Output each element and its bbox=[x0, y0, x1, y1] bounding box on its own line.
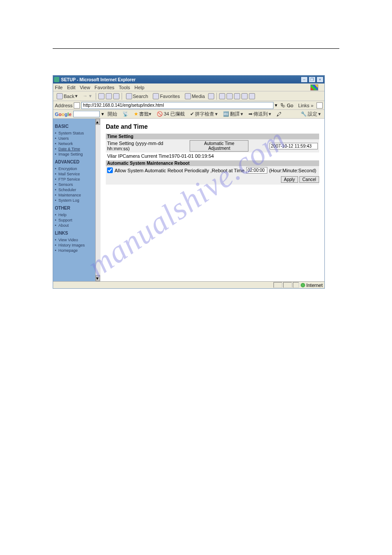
time-setting-label: Time Setting (yyyy-mm-dd hh:mm:ss) bbox=[107, 141, 186, 151]
scroll-up-button[interactable]: ▴ bbox=[96, 119, 100, 125]
windows-flag-icon bbox=[310, 84, 318, 91]
google-translate-button[interactable]: 🔤 翻譯 ▾ bbox=[221, 111, 245, 117]
page-icon bbox=[74, 102, 80, 109]
sidebar-item-system-status[interactable]: System Status bbox=[58, 131, 94, 136]
maximize-button[interactable]: ❐ bbox=[309, 76, 316, 83]
google-toolbar: Google ▾ 開始 📡 ★ 書籤▾ 🚫 34 已攔截 ✔ 拼字檢查 ▾ 🔤 … bbox=[53, 110, 324, 119]
google-start-button[interactable]: 開始 bbox=[106, 111, 119, 117]
address-bar: Address ▾ ⮱ Go Links » bbox=[53, 101, 324, 110]
mail-icon[interactable] bbox=[219, 93, 225, 99]
menu-edit[interactable]: Edit bbox=[67, 85, 76, 90]
sidebar-basic-header: BASIC bbox=[55, 124, 94, 129]
menu-help[interactable]: Help bbox=[134, 85, 144, 90]
google-sendto-button[interactable]: ➡ 傳送到 ▾ bbox=[247, 111, 273, 117]
toolbar: Back ▾ → ▾ Search Favorites Media bbox=[53, 91, 324, 101]
google-spellcheck-button[interactable]: ✔ 拼字檢查 ▾ bbox=[188, 111, 219, 117]
favorites-button[interactable]: Favorites bbox=[151, 93, 181, 100]
current-time-text: Vilar IPCamera Current Time1970-01-01 00… bbox=[107, 153, 214, 159]
sidebar-item-users[interactable]: Users bbox=[58, 136, 94, 141]
google-bookmark-button[interactable]: ★ 書籤▾ bbox=[132, 111, 153, 117]
address-label: Address bbox=[55, 103, 72, 108]
ie-icon bbox=[54, 77, 59, 82]
links-button[interactable]: Links » bbox=[296, 103, 315, 108]
apply-button[interactable]: Apply bbox=[281, 176, 298, 183]
sidebar-item-mail-service[interactable]: Mail Service bbox=[58, 171, 94, 177]
back-button[interactable]: Back ▾ bbox=[55, 93, 79, 100]
google-search-dropdown[interactable]: ▾ bbox=[101, 111, 104, 117]
reboot-units-label: (Hour:Minute:Second) bbox=[269, 168, 316, 173]
sidebar-item-history-images[interactable]: History Images bbox=[58, 243, 94, 248]
google-search-input[interactable] bbox=[73, 111, 100, 117]
sidebar-item-network[interactable]: Network bbox=[58, 141, 94, 146]
status-zone: Internet bbox=[301, 283, 323, 288]
address-input[interactable] bbox=[81, 102, 273, 109]
allow-reboot-checkbox[interactable] bbox=[107, 167, 113, 173]
sidebar-item-help[interactable]: Help bbox=[58, 212, 94, 218]
forward-button[interactable]: → ▾ bbox=[81, 93, 93, 99]
sidebar-item-scheduler[interactable]: Scheduler bbox=[58, 187, 94, 192]
menu-file[interactable]: File bbox=[55, 85, 63, 90]
menu-view[interactable]: View bbox=[80, 85, 90, 90]
time-setting-header: Time Setting bbox=[106, 134, 319, 139]
google-settings-button[interactable]: 🔧 設定 ▾ bbox=[299, 111, 323, 117]
sidebar-item-maintenance[interactable]: Maintenance bbox=[58, 192, 94, 198]
status-cell-1 bbox=[273, 282, 282, 288]
sidebar-item-homepage[interactable]: Homepage bbox=[58, 248, 94, 253]
sidebar-item-support[interactable]: Support bbox=[58, 218, 94, 223]
go-button[interactable]: ⮱ Go bbox=[279, 103, 295, 108]
reboot-label: Allow System Automatic Reboot Periodical… bbox=[115, 168, 245, 173]
sidebar-item-image-setting[interactable]: Image Setting bbox=[58, 152, 94, 157]
main-panel: Date and Time Time Setting Time Setting … bbox=[101, 119, 324, 281]
google-highlight-button[interactable]: 🖍 bbox=[275, 112, 283, 117]
sidebar-item-system-log[interactable]: System Log bbox=[58, 198, 94, 203]
sidebar-links-header: LINKS bbox=[55, 231, 94, 236]
address-dropdown[interactable]: ▾ bbox=[275, 102, 277, 108]
status-cell-3 bbox=[293, 282, 299, 288]
menu-favorites[interactable]: Favorites bbox=[94, 85, 114, 90]
statusbar: Internet bbox=[53, 281, 324, 288]
edit-icon[interactable] bbox=[234, 93, 240, 99]
menu-tools[interactable]: Tools bbox=[119, 85, 130, 90]
messenger-icon[interactable] bbox=[249, 93, 255, 99]
star-icon bbox=[153, 93, 159, 99]
reboot-header: Automatic System Maintenance Reboot bbox=[106, 160, 319, 166]
google-popup-button[interactable]: 🚫 34 已攔截 bbox=[155, 111, 187, 117]
google-logo: Google bbox=[55, 112, 72, 117]
close-button[interactable]: × bbox=[316, 76, 324, 83]
sidebar-item-sensors[interactable]: Sensors bbox=[58, 182, 94, 187]
links-icon[interactable] bbox=[316, 102, 323, 109]
browser-window: SETUP - Microsoft Internet Explorer – ❐ … bbox=[53, 75, 325, 289]
sidebar: BASIC System Status Users Network Date &… bbox=[53, 119, 95, 281]
titlebar: SETUP - Microsoft Internet Explorer – ❐ … bbox=[53, 76, 324, 83]
sidebar-item-about[interactable]: About bbox=[58, 223, 94, 228]
minimize-button[interactable]: – bbox=[301, 76, 308, 83]
sidebar-item-encryption[interactable]: Encryption bbox=[58, 166, 94, 171]
print-icon[interactable] bbox=[227, 93, 233, 99]
sidebar-item-view-video[interactable]: View Video bbox=[58, 237, 94, 243]
refresh-icon[interactable] bbox=[106, 93, 112, 99]
discuss-icon[interactable] bbox=[241, 93, 248, 99]
sidebar-item-ftp-service[interactable]: FTP Service bbox=[58, 177, 94, 182]
sidebar-item-date-time[interactable]: Date & Time bbox=[58, 146, 94, 152]
reboot-time-input[interactable] bbox=[246, 167, 267, 174]
cancel-button[interactable]: Cancel bbox=[299, 176, 319, 183]
back-icon bbox=[57, 93, 63, 99]
stop-icon[interactable] bbox=[98, 93, 104, 99]
globe-icon bbox=[301, 283, 305, 287]
history-icon[interactable] bbox=[208, 93, 214, 99]
home-icon[interactable] bbox=[113, 93, 119, 99]
search-button[interactable]: Search bbox=[124, 93, 150, 100]
sidebar-advanced-header: ADVANCED bbox=[55, 160, 94, 164]
media-icon bbox=[185, 93, 191, 99]
sidebar-other-header: OTHER bbox=[55, 206, 94, 210]
menubar: File Edit View Favorites Tools Help bbox=[53, 83, 324, 91]
sidebar-scrollbar[interactable]: ▴ ▾ bbox=[95, 119, 101, 281]
auto-time-adjustment-button[interactable]: Automatic Time Adjustment bbox=[190, 140, 248, 152]
status-cell-2 bbox=[283, 282, 292, 288]
scroll-down-button[interactable]: ▾ bbox=[96, 275, 100, 281]
page-title: Date and Time bbox=[106, 123, 319, 130]
time-value-input[interactable] bbox=[270, 143, 318, 149]
media-button[interactable]: Media bbox=[183, 93, 207, 100]
page-divider bbox=[53, 48, 339, 49]
google-feed-button[interactable]: 📡 bbox=[121, 111, 130, 117]
